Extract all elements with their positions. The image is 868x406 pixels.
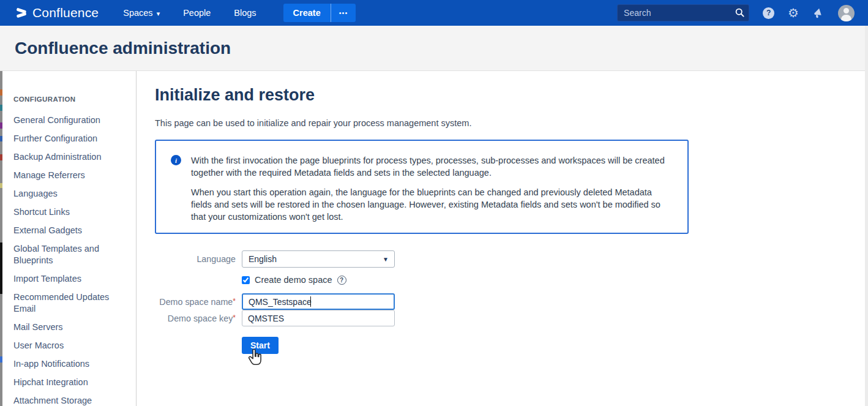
megaphone-icon[interactable] (812, 7, 825, 19)
demo-space-name-input[interactable] (242, 293, 395, 310)
nav-blogs[interactable]: Blogs (234, 8, 256, 18)
sidebar-item-further-configuration[interactable]: Further Configuration (13, 129, 125, 148)
dropdown-arrow-icon: ▼ (383, 256, 389, 263)
sidebar-item-attachment-storage[interactable]: Attachment Storage (13, 391, 125, 406)
nav-spaces[interactable]: Spaces ▾ (123, 8, 160, 18)
info-paragraph-2: When you start this operation again, the… (191, 186, 669, 223)
nav-blogs-label: Blogs (234, 8, 256, 18)
info-box: i With the first invocation the page blu… (155, 140, 689, 234)
avatar[interactable] (838, 5, 855, 21)
section-title: Initialize and restore (155, 86, 856, 105)
sidebar-item-import-templates[interactable]: Import Templates (13, 269, 125, 288)
nav-people[interactable]: People (183, 8, 211, 18)
language-label: Language (155, 254, 236, 264)
question-mark-icon[interactable]: ? (337, 276, 346, 285)
info-icon: i (171, 155, 181, 165)
confluence-logo-text: Confluence (32, 6, 99, 20)
sidebar-item-general-configuration[interactable]: General Configuration (13, 111, 125, 129)
gear-icon[interactable]: ⚙ (788, 7, 799, 19)
language-selected-value: English (249, 254, 277, 264)
right-edge (865, 26, 868, 406)
avatar-person-icon (844, 8, 849, 13)
nav-people-label: People (183, 8, 211, 18)
language-select[interactable]: English ▼ (242, 250, 395, 268)
sidebar-item-shortcut-links[interactable]: Shortcut Links (13, 203, 125, 221)
confluence-admin-page: Confluence Spaces ▾ People Blogs Create … (0, 0, 868, 406)
more-icon[interactable]: ••• (331, 4, 356, 22)
intro-text: This page can be used to initialize and … (155, 118, 856, 128)
sidebar-item-mail-servers[interactable]: Mail Servers (13, 318, 125, 336)
page-header: Confluence administration (0, 26, 868, 71)
required-marker: * (233, 297, 236, 306)
sidebar-item-languages[interactable]: Languages (13, 184, 125, 203)
top-navbar: Confluence Spaces ▾ People Blogs Create … (0, 0, 868, 26)
text-caret (310, 296, 311, 307)
sidebar-item-external-gadgets[interactable]: External Gadgets (13, 221, 125, 239)
demo-space-key-input[interactable] (242, 310, 395, 326)
demo-space-name-label: Demo space name* (155, 297, 236, 307)
sidebar-item-in-app-notifications[interactable]: In-app Notifications (13, 355, 125, 373)
sidebar-item-hipchat-integration[interactable]: Hipchat Integration (13, 373, 125, 391)
sidebar-item-manage-referrers[interactable]: Manage Referrers (13, 166, 125, 184)
create-demo-space-checkbox[interactable] (242, 276, 250, 284)
main-content: Initialize and restore This page can be … (155, 71, 856, 354)
sidebar-item-global-templates[interactable]: Global Templates and Blueprints (13, 239, 125, 269)
info-paragraph-1: With the first invocation the page bluep… (191, 154, 669, 179)
required-marker: * (233, 314, 236, 322)
search-input[interactable] (617, 4, 749, 21)
sidebar-item-recommended-updates-email[interactable]: Recommended Updates Email (13, 288, 125, 318)
confluence-logo-icon (16, 8, 27, 18)
sidebar-section-title: CONFIGURATION (13, 96, 125, 103)
screen-edge-artifact (0, 71, 2, 406)
search-icon (735, 8, 744, 20)
init-restore-form: Language English ▼ Create demo space ? D… (155, 250, 856, 354)
create-demo-space-label[interactable]: Create demo space (255, 275, 332, 285)
mouse-cursor-icon (247, 349, 264, 369)
create-button[interactable]: Create (283, 4, 331, 22)
sidebar-item-user-macros[interactable]: User Macros (13, 336, 125, 355)
nav-spaces-label: Spaces (123, 8, 152, 18)
confluence-logo[interactable]: Confluence (16, 6, 99, 20)
admin-sidebar: CONFIGURATION General Configuration Furt… (2, 71, 137, 406)
chevron-down-icon: ▾ (157, 10, 160, 18)
sidebar-item-backup-administration[interactable]: Backup Administration (13, 148, 125, 166)
demo-space-key-label: Demo space key* (155, 314, 236, 323)
page-title: Confluence administration (15, 39, 231, 58)
help-icon[interactable]: ? (763, 7, 774, 19)
